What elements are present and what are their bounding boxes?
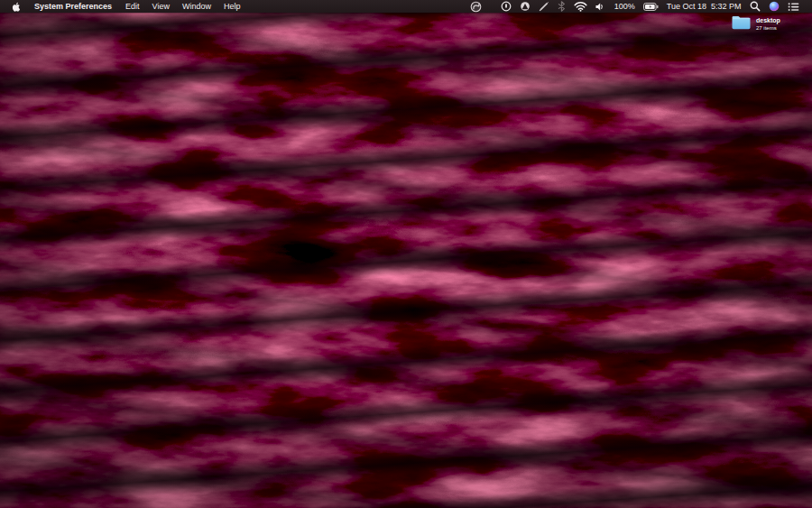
menu-help[interactable]: Help	[217, 0, 247, 13]
notification-center-menu[interactable]	[783, 0, 803, 13]
notification-center-icon	[788, 2, 799, 12]
battery-percent[interactable]: 100%	[610, 0, 639, 13]
app-name-label: System Preferences	[34, 0, 112, 13]
volume-icon	[595, 2, 606, 12]
menu-bar-status: 100% Tue Oct 18 5:32 PM	[466, 0, 812, 13]
onepassword-icon	[501, 1, 512, 12]
folder-item-count: 27 items	[756, 24, 780, 32]
apple-icon	[12, 2, 21, 12]
battery-menu[interactable]	[639, 0, 662, 13]
battery-icon	[643, 3, 659, 11]
folder-name-label: desktop	[756, 17, 780, 24]
menu-bar: System Preferences Edit View Window Help	[0, 0, 812, 13]
wifi-icon	[574, 1, 587, 12]
app-menu-title[interactable]: System Preferences	[27, 0, 119, 13]
bluetooth-menu[interactable]	[553, 0, 569, 13]
clock-menu[interactable]: Tue Oct 18 5:32 PM	[662, 0, 745, 13]
wallpaper	[0, 0, 812, 508]
drive-app-icon	[520, 1, 531, 12]
bluetooth-icon	[558, 1, 566, 12]
menu-help-label: Help	[224, 0, 241, 13]
desktop-folder[interactable]: desktop 27 items	[731, 14, 780, 32]
apple-menu[interactable]	[5, 0, 27, 13]
menu-view-label: View	[152, 0, 170, 13]
folder-labels: desktop 27 items	[756, 14, 780, 32]
folder-icon	[731, 14, 752, 31]
wifi-menu[interactable]	[569, 0, 591, 13]
menu-window[interactable]: Window	[176, 0, 217, 13]
menu-bar-left: System Preferences Edit View Window Help	[0, 0, 246, 13]
pencil-icon	[539, 1, 549, 12]
wallpaper-vignette	[0, 0, 812, 508]
siri-icon	[769, 1, 780, 12]
pencil-menu-extra[interactable]	[534, 0, 553, 13]
menu-view[interactable]: View	[146, 0, 176, 13]
volume-menu[interactable]	[591, 0, 610, 13]
menu-window-label: Window	[182, 0, 211, 13]
onepassword-menu-extra[interactable]	[496, 0, 515, 13]
siri-menu[interactable]	[764, 0, 783, 13]
spotlight-icon	[750, 1, 761, 12]
battery-percent-label: 100%	[614, 0, 635, 13]
swirl-app-menu-extra[interactable]	[466, 0, 485, 13]
drive-app-menu-extra[interactable]	[515, 0, 534, 13]
spotlight-menu[interactable]	[745, 0, 764, 13]
menu-edit-label: Edit	[125, 0, 140, 13]
menu-edit[interactable]: Edit	[119, 0, 146, 13]
swirl-app-icon	[470, 1, 482, 13]
clock-label: Tue Oct 18 5:32 PM	[667, 0, 742, 13]
desktop-screen: System Preferences Edit View Window Help	[0, 0, 812, 508]
